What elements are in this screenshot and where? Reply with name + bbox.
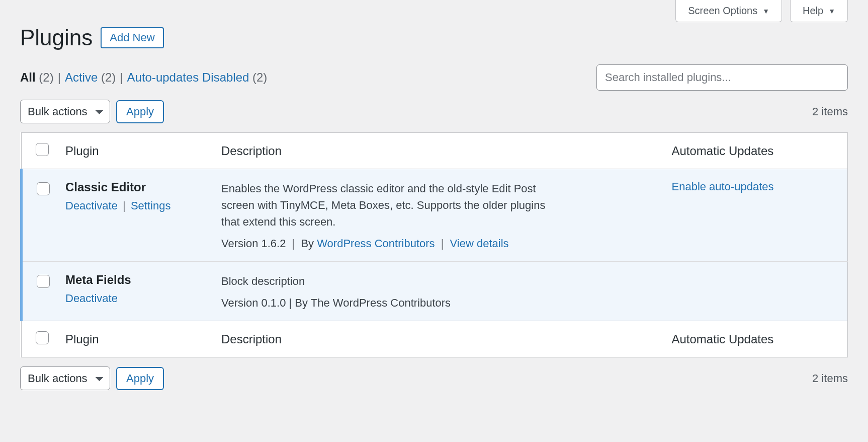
separator: | [116,70,127,84]
select-all-bottom-checkbox[interactable] [36,331,49,344]
item-count-top: 2 items [812,105,848,118]
col-plugin[interactable]: Plugin [55,133,211,169]
col-auto-updates[interactable]: Automatic Updates [662,133,848,169]
apply-button-bottom[interactable]: Apply [116,367,164,390]
plugin-name: Meta Fields [65,273,201,287]
screen-options-label: Screen Options [688,5,757,17]
col-auto-updates[interactable]: Automatic Updates [662,321,848,357]
screen-options-button[interactable]: Screen Options ▼ [675,0,782,22]
plugin-description: Enables the WordPress classic editor and… [221,180,563,230]
help-label: Help [803,5,823,17]
plugin-meta: Version 0.1.0 | By The WordPress Contrib… [221,297,652,310]
item-count-bottom: 2 items [812,372,848,385]
col-plugin[interactable]: Plugin [55,321,211,357]
plugin-name: Classic Editor [65,180,201,194]
help-button[interactable]: Help ▼ [790,0,848,22]
separator: | [121,199,128,212]
caret-down-icon: ▼ [828,7,835,15]
col-description: Description [211,321,662,357]
table-row: Classic Editor Deactivate | Settings Ena… [22,169,848,262]
bulk-actions-select-bottom[interactable]: Bulk actions [20,366,110,390]
plugin-description: Block description [221,273,563,289]
filter-active[interactable]: Active (2) [65,70,116,84]
view-details-link[interactable]: View details [450,237,509,250]
enable-auto-updates-link[interactable]: Enable auto-updates [672,180,774,193]
filter-links: All (2) | Active (2) | Auto-updates Disa… [20,70,267,85]
page-title: Plugins [20,25,93,50]
row-checkbox[interactable] [37,182,50,195]
add-new-button[interactable]: Add New [101,27,163,48]
search-input[interactable] [596,64,848,91]
filter-all[interactable]: All (2) [20,70,54,84]
apply-button-top[interactable]: Apply [116,100,164,123]
caret-down-icon: ▼ [762,7,769,15]
deactivate-link[interactable]: Deactivate [65,199,118,212]
select-all-top-checkbox[interactable] [36,143,49,156]
plugins-table: Plugin Description Automatic Updates Cla… [20,132,848,357]
row-checkbox[interactable] [37,275,50,288]
bulk-actions-select-top[interactable]: Bulk actions [20,100,110,123]
col-description: Description [211,133,662,169]
deactivate-link[interactable]: Deactivate [65,292,118,305]
plugin-meta: Version 1.6.2 | By WordPress Contributor… [221,237,652,250]
settings-link[interactable]: Settings [131,199,171,212]
filter-auto-updates-disabled[interactable]: Auto-updates Disabled (2) [127,70,268,84]
plugin-author-link[interactable]: WordPress Contributors [317,237,435,250]
separator: | [54,70,65,84]
table-row: Meta Fields Deactivate Block description… [22,262,848,321]
